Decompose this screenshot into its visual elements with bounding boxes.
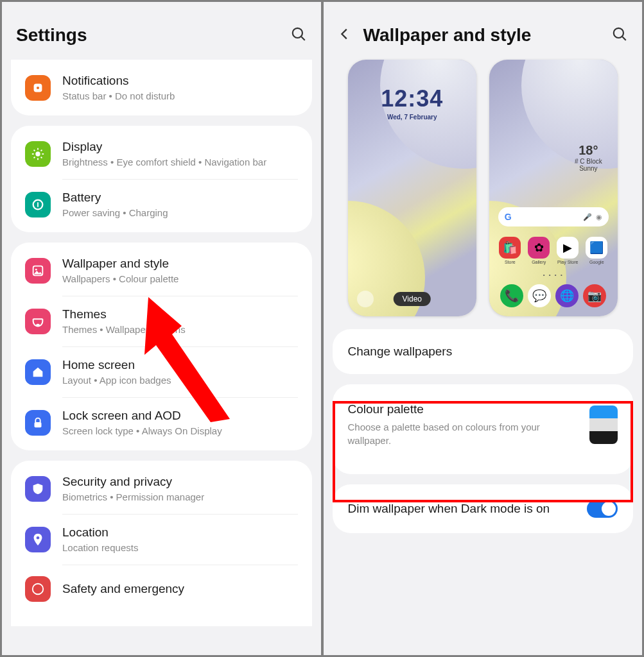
svg-point-20 (33, 584, 44, 595)
weather-widget: 18° # C Block Sunny (575, 143, 602, 172)
dock: 📞 💬 🌐 📷 (498, 284, 609, 307)
svg-rect-18 (35, 422, 42, 427)
svg-line-11 (34, 157, 35, 158)
google-search-bar: G 🎤 ◉ (498, 207, 609, 226)
row-title: Battery (62, 191, 168, 205)
search-icon[interactable] (611, 26, 628, 45)
card-sub: Choose a palette based on colours from y… (348, 420, 566, 447)
row-title: Themes (62, 307, 186, 321)
colour-palette-card[interactable]: Colour palette Choose a palette based on… (333, 384, 634, 474)
settings-item-lockscreen[interactable]: Lock screen and AOD Screen lock type • A… (11, 397, 312, 448)
settings-item-safety[interactable]: Safety and emergency (11, 565, 312, 613)
image-icon (25, 258, 51, 284)
row-sub: Wallpapers • Colour palette (62, 273, 178, 284)
svg-point-19 (37, 536, 40, 539)
time-label: 12:34 (348, 85, 476, 112)
camera-app-icon: 📷 (583, 284, 606, 307)
lockscreen-clock: 12:34 Wed, 7 February (348, 85, 476, 121)
settings-item-homescreen[interactable]: Home screen Layout • App icon badges (11, 346, 312, 397)
mic-icon: 🎤 ◉ (583, 213, 602, 221)
svg-rect-17 (36, 323, 40, 327)
group-appearance: Wallpaper and style Wallpapers • Colour … (11, 243, 312, 450)
change-wallpapers-card[interactable]: Change wallpapers (333, 329, 634, 374)
svg-line-9 (34, 149, 35, 151)
header: Settings (2, 2, 321, 60)
group-security: Security and privacy Biometrics • Permis… (11, 461, 312, 626)
row-sub: Biometrics • Permission manager (62, 491, 204, 502)
row-title: Location (62, 525, 138, 540)
dim-toggle[interactable] (587, 500, 618, 518)
row-title: Security and privacy (62, 475, 204, 489)
row-sub: Power saving • Charging (62, 207, 168, 218)
card-title: Dim wallpaper when Dark mode is on (348, 500, 550, 517)
video-badge: Video (394, 292, 431, 306)
row-sub: Screen lock type • Always On Display (62, 425, 222, 436)
search-icon[interactable] (290, 26, 307, 45)
google-g-icon: G (505, 212, 512, 222)
row-sub: Themes • Wallpapers • Icons (62, 324, 186, 335)
svg-line-23 (622, 37, 625, 40)
settings-item-notifications[interactable]: Notifications Status bar • Do not distur… (11, 62, 312, 113)
page-indicator: • • • • (489, 272, 618, 278)
row-title: Home screen (62, 358, 171, 372)
svg-line-12 (41, 149, 42, 151)
wallpaper-style-pane: Wallpaper and style 12:34 Wed, 7 Februar… (324, 2, 643, 655)
row-sub: Brightness • Eye comfort shield • Naviga… (62, 157, 266, 167)
dim-wallpaper-card[interactable]: Dim wallpaper when Dark mode is on (333, 484, 634, 533)
home-icon (25, 359, 51, 385)
battery-icon (25, 192, 51, 218)
messages-app-icon: 💬 (528, 284, 551, 307)
row-sub: Layout • App icon badges (62, 375, 171, 386)
page-title: Wallpaper and style (363, 25, 532, 46)
wallpaper-previews: 12:34 Wed, 7 February Video 18° # C Bloc… (324, 60, 643, 324)
brush-icon (25, 309, 51, 334)
back-icon[interactable] (338, 27, 352, 44)
lock-icon (25, 410, 51, 436)
svg-line-1 (301, 37, 304, 40)
lockscreen-shortcut (357, 291, 374, 307)
emergency-icon (25, 576, 51, 602)
svg-point-0 (292, 28, 302, 38)
bell-icon (25, 75, 51, 101)
settings-item-themes[interactable]: Themes Themes • Wallpapers • Icons (11, 296, 312, 346)
card-title: Change wallpapers (348, 345, 453, 359)
svg-point-22 (614, 28, 623, 38)
header: Wallpaper and style (324, 2, 643, 60)
palette-swatch-icon (589, 405, 618, 444)
settings-item-wallpaper[interactable]: Wallpaper and style Wallpapers • Colour … (11, 245, 312, 296)
settings-item-location[interactable]: Location Location requests (11, 514, 312, 565)
row-title: Lock screen and AOD (62, 409, 222, 423)
homescreen-preview[interactable]: 18° # C Block Sunny G 🎤 ◉ 🛍️Store ✿Galle… (489, 60, 618, 316)
app-grid: 🛍️Store ✿Gallery ▶Play Store 🟦Google (498, 237, 609, 264)
settings-pane: Settings Notifications Status bar • Do n… (2, 2, 321, 655)
svg-point-3 (36, 86, 40, 90)
page-title: Settings (16, 25, 87, 46)
row-sub: Status bar • Do not disturb (62, 90, 175, 101)
phone-app-icon: 📞 (500, 284, 523, 307)
svg-point-4 (35, 151, 40, 156)
settings-item-security[interactable]: Security and privacy Biometrics • Permis… (11, 463, 312, 514)
svg-line-10 (41, 157, 42, 158)
group-notifications: Notifications Status bar • Do not distur… (11, 60, 312, 115)
row-sub: Location requests (62, 542, 138, 553)
shield-icon (25, 476, 51, 502)
svg-point-16 (35, 268, 37, 270)
row-title: Wallpaper and style (62, 257, 178, 271)
sun-icon (25, 141, 51, 167)
row-title: Display (62, 140, 266, 154)
row-title: Safety and emergency (62, 582, 184, 596)
pin-icon (25, 527, 51, 552)
settings-item-display[interactable]: Display Brightness • Eye comfort shield … (11, 128, 312, 179)
row-title: Notifications (62, 74, 175, 88)
date-label: Wed, 7 February (348, 114, 476, 121)
group-display: Display Brightness • Eye comfort shield … (11, 126, 312, 232)
lockscreen-preview[interactable]: 12:34 Wed, 7 February Video (348, 60, 476, 316)
settings-item-battery[interactable]: Battery Power saving • Charging (11, 179, 312, 230)
svg-rect-14 (37, 202, 39, 207)
card-title: Colour palette (348, 402, 566, 416)
browser-app-icon: 🌐 (555, 284, 579, 307)
